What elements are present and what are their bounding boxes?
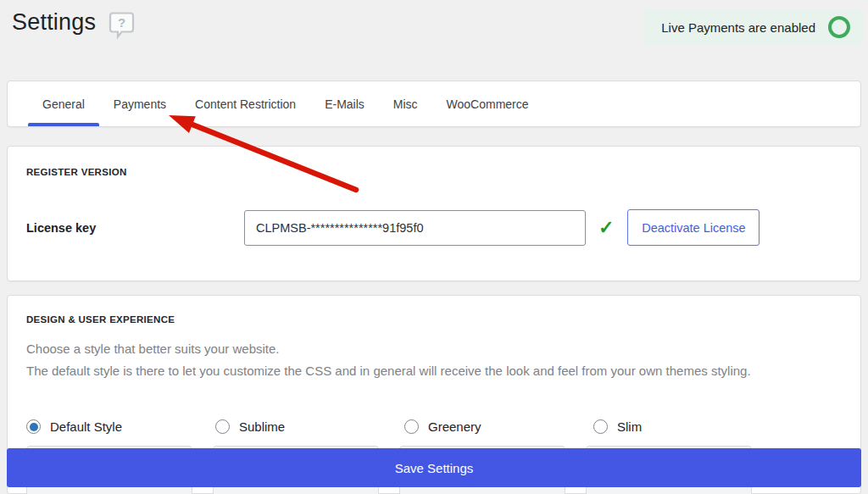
radio-icon[interactable] (593, 419, 608, 434)
design-section-heading: DESIGN & USER EXPERIENCE (26, 314, 842, 325)
tab-misc[interactable]: Misc (379, 81, 432, 126)
tab-general[interactable]: General (28, 81, 99, 126)
style-option-greenery[interactable]: Greenery (404, 419, 593, 434)
tab-emails-label: E-Mails (325, 97, 364, 111)
style-option-label: Sublime (239, 419, 285, 434)
tab-content-restriction-label: Content Restriction (195, 97, 296, 111)
style-option-label: Default Style (50, 419, 122, 434)
radio-icon[interactable] (404, 419, 419, 434)
style-option-label: Slim (617, 419, 642, 434)
license-key-input[interactable] (244, 210, 586, 246)
license-key-label: License key (26, 221, 244, 235)
help-bubble-icon[interactable]: ? (108, 11, 135, 43)
radio-icon[interactable] (26, 419, 41, 434)
license-valid-check-icon: ✓ (598, 219, 614, 237)
style-option-label: Greenery (428, 419, 481, 434)
style-option-default[interactable]: Default Style (26, 419, 215, 434)
deactivate-license-button[interactable]: Deactivate License (627, 209, 760, 246)
tab-emails[interactable]: E-Mails (310, 81, 379, 126)
register-version-heading: REGISTER VERSION (26, 167, 842, 177)
status-badge: Live Payments are enabled (644, 9, 863, 45)
page-title: Settings (12, 9, 96, 36)
page-header: Settings ? Live Payments are enabled (0, 0, 868, 80)
radio-icon[interactable] (215, 419, 230, 434)
tab-content-restriction[interactable]: Content Restriction (181, 81, 310, 126)
tab-woocommerce-label: WooCommerce (447, 97, 529, 111)
svg-text:?: ? (118, 15, 125, 30)
design-description-line2: The default style is there to let you cu… (26, 360, 842, 382)
tab-payments[interactable]: Payments (99, 81, 181, 126)
style-option-sublime[interactable]: Sublime (215, 419, 404, 434)
tab-woocommerce[interactable]: WooCommerce (432, 81, 543, 126)
tab-payments-label: Payments (114, 97, 166, 111)
tab-misc-label: Misc (393, 97, 418, 111)
style-option-slim[interactable]: Slim (593, 419, 782, 434)
license-key-row: License key ✓ Deactivate License (26, 209, 842, 246)
tab-general-label: General (42, 97, 85, 111)
register-version-section: REGISTER VERSION License key ✓ Deactivat… (7, 146, 861, 281)
save-settings-button[interactable]: Save Settings (7, 448, 861, 487)
live-status-ring-icon (828, 16, 850, 38)
settings-tabbar: General Payments Content Restriction E-M… (7, 80, 861, 127)
style-options-row: Default Style Sublime Greenery Slim (26, 419, 842, 434)
title-group: Settings ? (12, 9, 135, 43)
design-description-line1: Choose a style that better suits your we… (26, 338, 842, 360)
status-badge-label: Live Payments are enabled (661, 20, 815, 35)
